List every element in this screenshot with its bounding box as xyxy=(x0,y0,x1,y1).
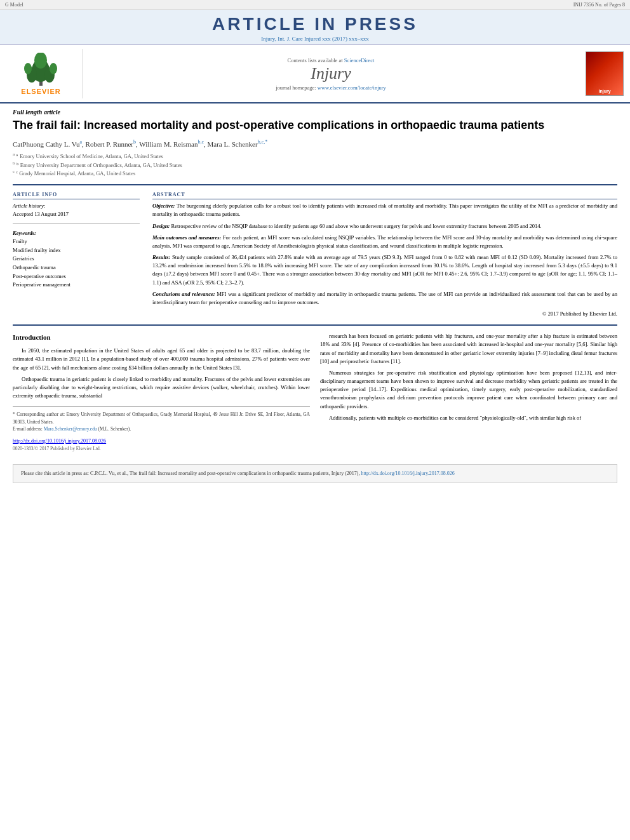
keyword-5: Post-operative outcomes xyxy=(13,272,140,281)
svg-point-5 xyxy=(50,63,57,74)
history-label: Article history: xyxy=(13,202,140,210)
conclusions-head: Conclusions and relevance: xyxy=(152,291,215,297)
email-note: E-mail address: Mara.Schenker@emory.edu … xyxy=(13,425,310,432)
body-col-right: research has been focused on geriatric p… xyxy=(320,332,617,453)
abstract-objective: Objective: The burgeoning elderly popula… xyxy=(152,202,617,218)
journal-header: ELSEVIER Contents lists available at Sci… xyxy=(0,45,630,103)
author-sup-bcstar: b,c,* xyxy=(258,139,268,145)
affiliation-b: b ᵇ Emory University Department of Ortho… xyxy=(13,161,617,170)
elsevier-tree-icon xyxy=(20,53,62,88)
article-title: The frail fail: Increased mortality and … xyxy=(13,118,617,133)
citation-box: Please cite this article in press as: C.… xyxy=(13,464,617,483)
divider-keywords xyxy=(13,223,140,224)
sciencedirect-link[interactable]: ScienceDirect xyxy=(344,57,375,63)
abstract-design: Design: Retrospective review of the NSQI… xyxy=(152,222,617,230)
author-sup-a: a xyxy=(79,139,82,145)
journal-homepage: journal homepage: www.elsevier.com/locat… xyxy=(276,84,386,91)
keywords-label: Keywords: xyxy=(13,229,140,238)
elsevier-logo: ELSEVIER xyxy=(0,49,83,98)
divider-body xyxy=(13,324,617,326)
objective-head: Objective: xyxy=(152,203,175,209)
outcomes-head: Main outcomes and measures: xyxy=(152,234,221,241)
intro-para-1: In 2050, the estimated population in the… xyxy=(13,347,310,372)
article-info-column: ARTICLE INFO Article history: Accepted 1… xyxy=(13,192,140,318)
citation-doi-link[interactable]: http://dx.doi.org/10.1016/j.injury.2017.… xyxy=(361,470,455,476)
article-info-abstract: ARTICLE INFO Article history: Accepted 1… xyxy=(13,192,617,318)
abstract-content: Objective: The burgeoning elderly popula… xyxy=(152,202,617,318)
affiliation-a: a ᵃ Emory University School of Medicine,… xyxy=(13,152,617,161)
results-head: Results: xyxy=(152,254,170,260)
intro-para-5: Additionally, patients with multiple co-… xyxy=(320,414,617,422)
journal-name: Injury xyxy=(311,64,351,83)
elsevier-brand-text: ELSEVIER xyxy=(21,88,60,95)
article-in-press-banner: ARTICLE IN PRESS Injury, Int. J. Care In… xyxy=(0,10,630,45)
intro-para-2: Orthopaedic trauma in geriatric patient … xyxy=(13,375,310,401)
design-head: Design: xyxy=(152,223,170,229)
issn-area: 0020-1383/© 2017 Published by Elsevier L… xyxy=(13,445,310,453)
homepage-link[interactable]: www.elsevier.com/locate/injury xyxy=(318,84,386,91)
doi-link[interactable]: http://dx.doi.org/10.1016/j.injury.2017.… xyxy=(13,438,106,444)
email-link[interactable]: Mara.Schenker@emory.edu xyxy=(44,426,97,432)
abstract-outcomes: Main outcomes and measures: For each pat… xyxy=(152,234,617,250)
affiliations: a ᵃ Emory University School of Medicine,… xyxy=(13,152,617,178)
svg-point-6 xyxy=(34,53,47,69)
abstract-conclusions: Conclusions and relevance: MFI was a sig… xyxy=(152,290,617,307)
divider-thick xyxy=(13,184,617,185)
corresponding-author-note: * Corresponding author at: Emory Univers… xyxy=(13,411,310,425)
citation-text: Please cite this article in press as: C.… xyxy=(21,470,360,476)
footnote-area: * Corresponding author at: Emory Univers… xyxy=(13,406,310,432)
article-in-press-title: ARTICLE IN PRESS xyxy=(0,14,630,34)
contents-label: Contents lists available at ScienceDirec… xyxy=(288,57,375,63)
copyright-line: © 2017 Published by Elsevier Ltd. xyxy=(152,310,617,318)
model-label: G Model xyxy=(5,2,23,8)
authors: CatPhuong Cathy L. Vua, Robert P. Runner… xyxy=(13,139,617,148)
cover-image: Injury xyxy=(586,51,624,96)
main-content: Full length article The frail fail: Incr… xyxy=(0,103,630,458)
intro-para-4: Numerous strategies for pre-operative ri… xyxy=(320,369,617,411)
journal-ref: Injury, Int. J. Care Injured xxx (2017) … xyxy=(0,36,630,42)
author-sup-b: b xyxy=(133,139,136,145)
intro-para-3: research has been focused on geriatric p… xyxy=(320,332,617,366)
article-history: Article history: Accepted 13 August 2017 xyxy=(13,202,140,218)
keyword-4: Orthopaedic trauma xyxy=(13,263,140,272)
abstract-results: Results: Study sample consisted of 36,42… xyxy=(152,253,617,287)
author-sup-bc: b,c xyxy=(198,139,204,145)
cover-thumb-label: Injury xyxy=(598,89,610,93)
top-banner: G Model INIJ 7356 No. of Pages 8 xyxy=(0,0,630,10)
abstract-label: ABSTRACT xyxy=(152,192,617,199)
ref-label: INIJ 7356 No. of Pages 8 xyxy=(573,2,625,8)
keyword-1: Frailty xyxy=(13,237,140,246)
keyword-2: Modified frailty index xyxy=(13,246,140,255)
keyword-3: Geriatrics xyxy=(13,255,140,263)
body-col-left: Introduction In 2050, the estimated popu… xyxy=(13,332,310,453)
svg-point-4 xyxy=(24,63,32,74)
journal-center: Contents lists available at ScienceDirec… xyxy=(83,49,579,98)
affiliation-c: c ᶜ Grady Memorial Hospital, Atlanta, GA… xyxy=(13,169,617,178)
article-type: Full length article xyxy=(13,109,617,116)
keywords-section: Keywords: Frailty Modified frailty index… xyxy=(13,229,140,290)
article-info-label: ARTICLE INFO xyxy=(13,192,140,199)
keyword-6: Perioperative management xyxy=(13,281,140,290)
doi-area: http://dx.doi.org/10.1016/j.injury.2017.… xyxy=(13,437,310,445)
body-content: Introduction In 2050, the estimated popu… xyxy=(13,332,617,453)
introduction-heading: Introduction xyxy=(13,332,310,343)
abstract-column: ABSTRACT Objective: The burgeoning elder… xyxy=(152,192,617,318)
accepted-date: Accepted 13 August 2017 xyxy=(13,210,140,218)
journal-cover-thumbnail: Injury xyxy=(579,49,630,98)
